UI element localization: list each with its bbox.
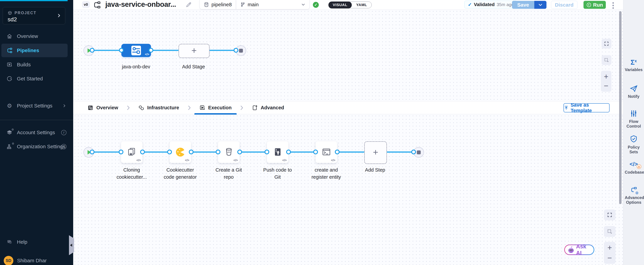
link-port[interactable] bbox=[411, 150, 416, 154]
sidebar-item-builds[interactable]: Builds bbox=[0, 59, 73, 71]
sidebar-item-get-started[interactable]: Get Started bbox=[0, 73, 73, 85]
link-port[interactable] bbox=[119, 48, 124, 53]
step-code-badge: </> bbox=[331, 159, 335, 162]
link-port[interactable] bbox=[189, 150, 194, 154]
left-sidebar: PROJECT sd2 Overview Pipelines Builds bbox=[0, 0, 73, 265]
zoom-in-button[interactable]: + bbox=[608, 244, 612, 251]
svg-text:</>: </> bbox=[205, 4, 208, 6]
save-split-button: Save bbox=[512, 1, 546, 9]
sliders-icon bbox=[630, 110, 638, 117]
execution-fit-selection-button[interactable] bbox=[604, 226, 616, 237]
link-port[interactable] bbox=[264, 150, 269, 154]
panel-item-label: Advanced Options bbox=[625, 195, 643, 205]
zoom-out-button[interactable]: − bbox=[608, 255, 612, 261]
sidebar-item-overview[interactable]: Overview bbox=[0, 30, 73, 42]
sidebar-collapse-handle[interactable] bbox=[69, 235, 74, 255]
execution-fullscreen-button[interactable] bbox=[604, 209, 616, 220]
save-button[interactable]: Save bbox=[512, 1, 534, 9]
sidebar-item-organization-settings[interactable]: ⚙ Organization Settings i bbox=[0, 141, 73, 152]
branch-chevron-down-icon[interactable] bbox=[301, 2, 306, 7]
step-node-push-code-to-git[interactable]: </> bbox=[267, 141, 288, 163]
toggle-visual[interactable]: VISUAL bbox=[328, 2, 352, 9]
link-port[interactable] bbox=[119, 150, 124, 154]
panel-item-label: Codebase bbox=[625, 170, 643, 175]
project-chevron-right-icon[interactable] bbox=[56, 13, 61, 18]
svg-text:?: ? bbox=[8, 240, 10, 243]
code-bucket-icon: </> bbox=[224, 147, 234, 157]
plus-icon: + bbox=[191, 46, 197, 55]
link-port[interactable] bbox=[167, 150, 172, 154]
step-node-cloning-cookiecutter[interactable]: </> bbox=[121, 141, 142, 163]
panel-item-advanced-options[interactable]: ⚙ Advanced Options bbox=[624, 186, 644, 205]
panel-item-policy-sets[interactable]: Policy Sets bbox=[624, 135, 644, 154]
zoom-out-button[interactable]: − bbox=[604, 83, 608, 89]
home-icon bbox=[6, 33, 12, 39]
project-selector-card[interactable]: PROJECT sd2 bbox=[3, 7, 65, 24]
link-port[interactable] bbox=[237, 150, 242, 154]
validated-pill[interactable]: ✓ Validated 35m ago bbox=[464, 1, 518, 9]
panel-item-codebase[interactable]: </>⚠ Codebase bbox=[624, 161, 644, 175]
sidebar-item-account-settings[interactable]: ⚙ Account Settings i bbox=[0, 127, 73, 138]
panel-item-variables[interactable]: Σx Variables bbox=[624, 59, 644, 72]
organization-settings-icon: ⚙ bbox=[6, 144, 12, 149]
step-node-create-git-repo[interactable]: </> </> bbox=[218, 141, 240, 163]
add-step-node[interactable]: + bbox=[364, 141, 387, 164]
execution-graph-canvas[interactable]: </> </> </> </> </> </> bbox=[73, 114, 623, 265]
panel-item-label: Variables bbox=[625, 67, 642, 72]
step-node-cookiecutter-generator[interactable]: </> bbox=[170, 141, 191, 163]
stage-node-java-onb-dev[interactable]: </> bbox=[121, 44, 151, 57]
toggle-yaml[interactable]: YAML bbox=[352, 2, 371, 8]
tab-advanced[interactable]: Advanced bbox=[252, 101, 284, 114]
link-port[interactable] bbox=[313, 150, 318, 154]
sidebar-item-label: Organization Settings bbox=[17, 144, 66, 149]
stage-fullscreen-button[interactable] bbox=[602, 39, 612, 49]
selection-box-icon bbox=[604, 58, 609, 63]
link-port[interactable] bbox=[90, 150, 94, 154]
run-button[interactable]: Run bbox=[584, 1, 606, 9]
pipeline-name[interactable]: pipeline8 bbox=[212, 2, 232, 8]
step-code-badge: </> bbox=[234, 159, 238, 162]
link-port[interactable] bbox=[335, 150, 340, 154]
add-stage-label: Add Stage bbox=[182, 63, 205, 70]
info-icon[interactable]: i bbox=[61, 144, 66, 149]
stage-graph-canvas[interactable]: </> + java-onb-dev Add Stage + − bbox=[73, 10, 623, 101]
more-options-kebab-icon[interactable] bbox=[612, 2, 614, 10]
tab-execution[interactable]: Execution bbox=[200, 101, 232, 114]
discard-button[interactable]: Discard bbox=[551, 1, 578, 9]
ask-ai-button[interactable]: Ask AI bbox=[564, 244, 594, 255]
add-stage-node[interactable]: + bbox=[178, 44, 210, 58]
stage-fit-selection-button[interactable] bbox=[602, 55, 612, 65]
upload-tablet-icon bbox=[273, 147, 282, 157]
edit-pencil-icon[interactable] bbox=[186, 2, 192, 8]
link-port[interactable] bbox=[90, 48, 94, 53]
branch-name[interactable]: main bbox=[248, 2, 258, 8]
link-port[interactable] bbox=[140, 150, 145, 154]
pipeline-gear-icon: ⚙ bbox=[630, 186, 638, 194]
save-dropdown-button[interactable] bbox=[534, 1, 546, 9]
sidebar-item-project-settings[interactable]: ⚙ Project Settings bbox=[0, 100, 73, 112]
fullscreen-icon bbox=[604, 41, 609, 46]
link-port[interactable] bbox=[286, 150, 291, 154]
vertical-scrollbar[interactable] bbox=[619, 11, 622, 204]
tab-overview[interactable]: Overview bbox=[88, 101, 118, 114]
link-port[interactable] bbox=[216, 150, 220, 154]
panel-item-notify[interactable]: Notify bbox=[624, 85, 644, 99]
save-as-template-button[interactable]: Save as Template bbox=[564, 103, 610, 112]
link-port[interactable] bbox=[148, 48, 153, 53]
user-account-item[interactable]: SD Shibam Dhar bbox=[0, 255, 73, 265]
stop-icon bbox=[417, 150, 421, 154]
link-port[interactable] bbox=[234, 48, 238, 53]
warning-icon: ⚠ bbox=[637, 164, 641, 169]
sidebar-item-pipelines[interactable]: Pipelines bbox=[1, 44, 68, 57]
panel-item-flow-control[interactable]: Flow Control bbox=[624, 110, 644, 129]
save-as-template-label: Save as Template bbox=[571, 102, 609, 113]
info-icon[interactable]: i bbox=[61, 130, 66, 135]
sidebar-item-help[interactable]: ? Help bbox=[0, 236, 73, 248]
tab-infrastructure[interactable]: Infrastructure bbox=[138, 101, 179, 114]
codebase-icon: </>⚠ bbox=[630, 161, 638, 167]
validated-time: 35m ago bbox=[496, 2, 514, 7]
step-node-create-register-entity[interactable]: </> bbox=[316, 141, 337, 163]
zoom-in-button[interactable]: + bbox=[604, 73, 608, 80]
panel-item-label: Policy Sets bbox=[625, 145, 643, 154]
paper-plane-icon bbox=[630, 85, 638, 92]
